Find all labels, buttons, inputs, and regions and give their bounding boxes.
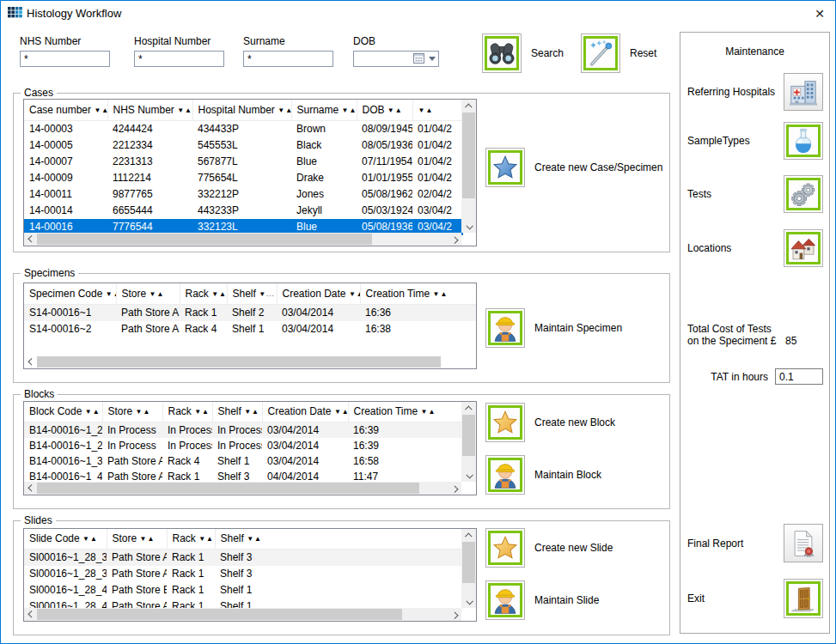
- column-header[interactable]: Specimen Code ▼▲: [24, 283, 116, 304]
- scrollbar-thumb[interactable]: [37, 483, 419, 494]
- column-header[interactable]: Hospital Number ▼▲: [192, 100, 291, 120]
- scroll-right-icon[interactable]: [451, 611, 458, 618]
- table-row[interactable]: B14-00016~1_29In ProcessIn ProcessIn Pro…: [24, 438, 463, 453]
- table-cell: 1112214: [107, 170, 192, 186]
- dob-datepicker[interactable]: [353, 51, 439, 67]
- table-row[interactable]: S14-00016~1Path Store ARack 1Shelf 203/0…: [24, 304, 477, 321]
- scrollbar-thumb[interactable]: [37, 609, 402, 620]
- table-row[interactable]: 14-000146655444443233PJekyll05/03/192403…: [24, 203, 463, 219]
- column-header[interactable]: Creation Time ▼▲: [360, 283, 477, 304]
- column-header[interactable]: Store ▼▲: [107, 529, 167, 549]
- referring-hospitals-button[interactable]: [784, 73, 823, 111]
- scroll-down-icon[interactable]: [466, 598, 473, 605]
- table-row[interactable]: Sl00016~1_28_30Path Store ARack 1Shelf 3: [24, 549, 463, 566]
- column-header[interactable]: Shelf ▼▲: [215, 529, 463, 549]
- slides-table: Slide Code ▼▲Store ▼▲Rack ▼▲Shelf ▼▲Sl00…: [23, 528, 477, 622]
- column-header[interactable]: Store ▼▲: [116, 283, 180, 304]
- maintain-block-button[interactable]: [485, 455, 525, 495]
- scroll-down-icon[interactable]: [466, 471, 473, 478]
- horizontal-scrollbar[interactable]: [24, 233, 461, 246]
- sampletypes-button[interactable]: [784, 122, 823, 160]
- chevron-down-icon[interactable]: [429, 57, 436, 61]
- table-row[interactable]: 14-000091112214775654LDrake01/01/195501/…: [24, 170, 463, 186]
- scroll-right-icon[interactable]: [451, 236, 458, 243]
- nhs-number-input[interactable]: [20, 51, 110, 67]
- maintain-slide-button[interactable]: [485, 580, 525, 620]
- sort-icons: ▼▲: [198, 535, 214, 543]
- dob-input[interactable]: [354, 52, 411, 66]
- table-row[interactable]: 14-000052212334545553LBlack08/05/193601/…: [24, 137, 463, 154]
- scroll-up-icon[interactable]: [465, 405, 472, 412]
- table-cell: 2231313: [107, 154, 192, 170]
- table-row[interactable]: 14-000072231313567877LBlue07/11/195401/0…: [24, 154, 463, 170]
- tat-input[interactable]: [775, 368, 823, 385]
- tests-button[interactable]: [784, 175, 823, 213]
- column-header[interactable]: Store ▼▲: [102, 402, 162, 422]
- horizontal-scrollbar[interactable]: [24, 608, 461, 621]
- vertical-scrollbar[interactable]: [461, 402, 476, 482]
- surname-input[interactable]: [243, 51, 333, 67]
- reset-button[interactable]: [581, 33, 620, 73]
- table-cell: In Process: [102, 438, 162, 453]
- reset-button-label: Reset: [630, 47, 656, 59]
- column-header[interactable]: NHS Number ▼▲: [107, 100, 192, 120]
- column-header[interactable]: Shelf ▼▲: [212, 402, 262, 422]
- column-header[interactable]: Creation Date ▼▲: [262, 402, 348, 422]
- column-header[interactable]: Rack ▼▲: [167, 529, 215, 549]
- horizontal-scrollbar[interactable]: [24, 482, 461, 495]
- scroll-down-icon[interactable]: [466, 222, 473, 229]
- column-header[interactable]: Creation Date ▼▲: [277, 283, 360, 304]
- table-row[interactable]: 14-000034244424434433PBrown08/09/194501/…: [24, 120, 463, 137]
- scroll-right-icon[interactable]: [451, 485, 458, 492]
- column-header[interactable]: Shelf ▼...: [227, 283, 277, 304]
- scroll-up-icon[interactable]: [465, 532, 472, 539]
- create-new-slide-button[interactable]: [485, 528, 525, 568]
- vertical-scrollbar[interactable]: [461, 529, 476, 608]
- scrollbar-thumb[interactable]: [37, 234, 372, 245]
- maintain-specimen-button[interactable]: [485, 308, 525, 348]
- column-header[interactable]: Block Code ▼▲: [24, 402, 102, 422]
- scrollbar-thumb[interactable]: [37, 356, 441, 368]
- search-button[interactable]: [482, 33, 522, 73]
- create-new-case-specimen-button[interactable]: [485, 148, 525, 187]
- table-row[interactable]: B14-00016~1_32Path Store ARack 4Shelf 10…: [24, 453, 463, 469]
- scroll-left-icon[interactable]: [27, 358, 34, 365]
- column-header[interactable]: Rack ▼▲: [180, 283, 227, 304]
- locations-button[interactable]: [784, 229, 823, 267]
- table-row[interactable]: 14-000119877765332212PJones05/08/196202/…: [24, 186, 463, 203]
- column-header[interactable]: Creation Time ▼▲: [348, 402, 463, 422]
- exit-row: Exit: [687, 579, 823, 618]
- column-header[interactable]: Surname ▼▲: [291, 100, 357, 120]
- table-cell: 01/01/1955: [357, 170, 412, 186]
- scrollbar-thumb[interactable]: [462, 112, 475, 198]
- calendar-icon[interactable]: [413, 53, 424, 66]
- column-header[interactable]: Rack ▼▲: [162, 402, 212, 422]
- total-cost-value: 85: [785, 335, 796, 347]
- vertical-scrollbar[interactable]: [461, 100, 476, 233]
- blocks-group: Blocks Block Code ▼▲Store ▼▲Rack ▼▲Shelf…: [13, 394, 670, 509]
- table-cell: Drake: [291, 170, 357, 186]
- table-cell: 775654L: [192, 170, 291, 186]
- close-icon[interactable]: ✕: [809, 3, 830, 24]
- column-header[interactable]: Slide Code ▼▲: [24, 529, 107, 549]
- scrollbar-thumb[interactable]: [462, 415, 475, 456]
- column-header[interactable]: DOB ▼▲: [357, 100, 412, 120]
- nhs-number-field-group: NHS Number: [20, 35, 110, 67]
- exit-button[interactable]: [784, 579, 823, 618]
- column-header[interactable]: ▼▲: [412, 100, 463, 120]
- scroll-left-icon[interactable]: [27, 611, 34, 617]
- scroll-left-icon[interactable]: [27, 484, 34, 491]
- scrollbar-thumb[interactable]: [462, 542, 475, 583]
- column-header[interactable]: Case number ▼▲: [24, 100, 107, 120]
- table-row[interactable]: Sl00016~1_28_42Path Store BRack 1Shelf 1: [24, 582, 463, 598]
- table-row[interactable]: B14-00016~1_28In ProcessIn ProcessIn Pro…: [24, 422, 463, 438]
- table-row[interactable]: S14-00016~2Path Store ARack 4Shelf 103/0…: [24, 321, 477, 337]
- scroll-up-icon[interactable]: [465, 103, 472, 110]
- create-new-block-button[interactable]: [485, 403, 525, 442]
- final-report-button[interactable]: [784, 524, 823, 562]
- hospital-number-input[interactable]: [134, 51, 224, 67]
- table-cell: In Process: [162, 438, 212, 453]
- scroll-left-icon[interactable]: [27, 235, 34, 242]
- table-cell: Blue: [291, 154, 357, 170]
- table-row[interactable]: Sl00016~1_28_31Path Store ARack 1Shelf 3: [24, 566, 463, 582]
